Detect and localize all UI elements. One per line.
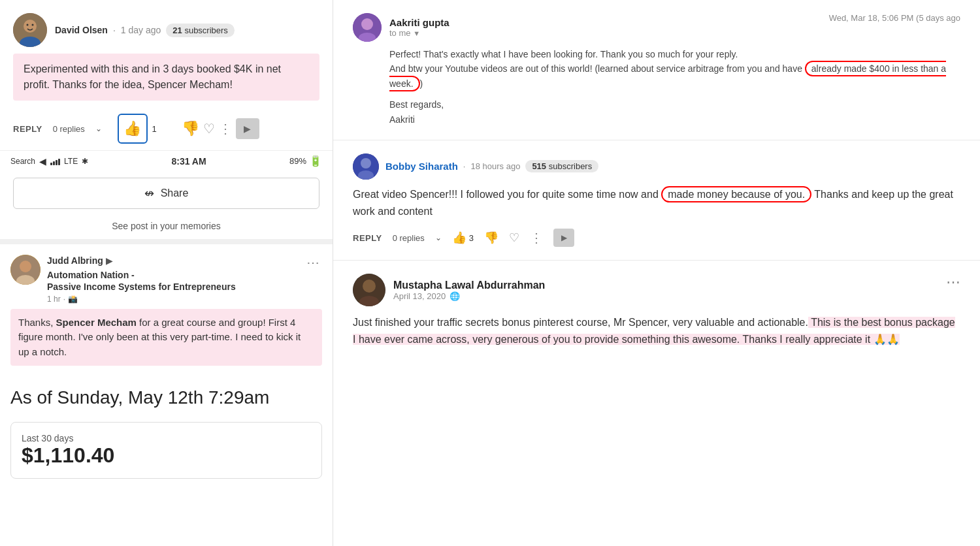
bobby-highlight: made money because of you.	[661, 186, 811, 202]
creator-share-icon: ▶	[244, 123, 251, 134]
svg-point-9	[361, 18, 373, 30]
replies-count[interactable]: 0 replies	[53, 124, 85, 134]
bobby-reply-button[interactable]: REPLY	[353, 233, 382, 243]
mustapha-left: Mustapha Lawal Abdurrahman April 13, 202…	[353, 274, 545, 306]
status-time: 8:31 AM	[171, 156, 206, 167]
email-panel: Aakriti gupta to me ▼ Wed, Mar 18, 5:06 …	[333, 0, 980, 140]
bobby-name[interactable]: Bobby Siharath	[385, 161, 458, 172]
stats-value: $1,110.40	[22, 443, 311, 468]
as-of-title: As of Sunday, May 12th 7:29am	[10, 387, 322, 409]
battery-icon: 🔋	[309, 155, 322, 167]
mustapha-date: April 13, 2020 🌐	[393, 291, 545, 301]
david-comment-text: Experimented with this and in 3 days boo…	[13, 54, 319, 101]
as-of-section: As of Sunday, May 12th 7:29am	[0, 374, 333, 415]
email-regards: Best regards, Aakriti	[389, 97, 960, 127]
svg-point-15	[363, 280, 376, 293]
email-to[interactable]: to me ▼	[389, 28, 449, 38]
subscribers-badge: 21 subscribers	[166, 24, 235, 37]
bobby-more-button[interactable]: ⋮	[530, 230, 543, 246]
subscribers-label: subscribers	[184, 25, 227, 35]
heart-button[interactable]: ♡	[203, 121, 215, 136]
bobby-replies[interactable]: 0 replies	[393, 233, 425, 243]
bobby-subscribers-count: 515	[532, 161, 546, 171]
reply-button[interactable]: REPLY	[13, 124, 42, 134]
bobby-dislike-button[interactable]: 👎	[484, 231, 498, 245]
battery-section: 89% 🔋	[289, 155, 322, 167]
bobby-share-button[interactable]: ▶	[553, 229, 574, 247]
like-count: 1	[152, 124, 157, 134]
bobby-heart-button[interactable]: ♡	[509, 231, 519, 245]
stats-box: Last 30 days $1,110.40	[10, 422, 322, 479]
search-label: Search	[10, 157, 35, 166]
signal-bar-4	[58, 159, 60, 165]
chevron-icon: ▼	[413, 29, 420, 37]
right-panel: Aakriti gupta to me ▼ Wed, Mar 18, 5:06 …	[333, 0, 980, 546]
bobby-subscribers-label: subscribers	[549, 161, 592, 171]
signal-bar-1	[50, 163, 52, 165]
image-icon: 📸	[68, 295, 78, 304]
post-group: Automation Nation - Passive Income Syste…	[47, 269, 236, 293]
dislike-button[interactable]: 👎	[182, 120, 199, 137]
bobby-comment-section: Bobby Siharath · 18 hours ago 515 subscr…	[333, 140, 980, 261]
post-author-line: Judd Albring ▶ Automation Nation - Passi…	[47, 255, 297, 293]
more-post-button[interactable]: ⋯	[304, 255, 322, 270]
chevron-down-icon[interactable]: ⌄	[95, 124, 102, 133]
email-to-label: to me	[389, 28, 411, 38]
chevron-down-icon: ⌄	[435, 233, 442, 242]
signal-icon: ✱	[82, 157, 88, 166]
battery-percentage: 89%	[289, 156, 306, 166]
group-name-part2: Passive Income Systems for Entrepreneurs	[47, 281, 236, 292]
mustapha-comment-text: Just finished your traffic secrets bonus…	[353, 314, 960, 347]
signal-bars	[50, 157, 60, 165]
email-body-part3: )	[420, 78, 423, 89]
mustapha-name: Mustapha Lawal Abdurrahman	[393, 280, 545, 291]
bobby-meta: Bobby Siharath · 18 hours ago 515 subscr…	[385, 160, 598, 172]
mustapha-date-text: April 13, 2020	[393, 291, 446, 301]
share-creator-button[interactable]: ▶	[236, 118, 259, 139]
svg-point-1	[24, 20, 37, 33]
post-author-name: Judd Albring	[47, 255, 103, 266]
mustapha-avatar	[353, 274, 385, 306]
post-text: Thanks, Spencer Mecham for a great cours…	[10, 309, 322, 366]
bobby-highlight-text: made money because of you.	[668, 189, 805, 200]
lte-label: LTE	[64, 157, 78, 166]
mustapha-text-part1: Just finished your traffic secrets bonus…	[353, 317, 808, 328]
post-time: 1 hr · 📸	[47, 295, 297, 304]
judd-avatar	[10, 255, 41, 285]
email-body-part2: And btw your Youtube videos are out of t…	[389, 63, 805, 74]
bobby-meta-dot: ·	[463, 161, 466, 171]
meta-dot: ·	[113, 25, 116, 35]
comment-part2: Thanks for the idea, Spencer Mecham!	[50, 79, 233, 90]
regards-text: Best regards,	[389, 97, 960, 112]
status-left: Search ◀ LTE ✱	[10, 156, 88, 167]
regards-name: Aakriti	[389, 112, 960, 127]
signal-bar-2	[53, 161, 55, 165]
stats-label: Last 30 days	[22, 433, 311, 443]
mustapha-meta: Mustapha Lawal Abdurrahman April 13, 202…	[393, 280, 545, 301]
david-comment-section: David Olsen · 1 day ago 21 subscribers E…	[0, 0, 333, 150]
bobby-comment-header: Bobby Siharath · 18 hours ago 515 subscr…	[353, 153, 960, 180]
bobby-text-part1: Great video Spencer!!! I followed you fo…	[353, 189, 661, 200]
share-label: Share	[161, 187, 189, 199]
mustapha-more-button[interactable]: ⋯	[946, 274, 960, 291]
svg-point-6	[20, 261, 31, 272]
email-body: Perfect! That's exactly what I have been…	[389, 47, 960, 127]
share-button[interactable]: ↮ Share	[13, 178, 319, 209]
signal-bar-3	[56, 160, 57, 165]
bobby-time: 18 hours ago	[470, 161, 520, 171]
memories-link[interactable]: See post in your memories	[0, 216, 333, 236]
status-bar: Search ◀ LTE ✱ 8:31 AM 89% 🔋	[0, 150, 333, 171]
thumbs-up-icon: 👍	[123, 120, 141, 137]
left-arrow-icon: ◀	[39, 156, 46, 167]
email-header-row: Aakriti gupta to me ▼ Wed, Mar 18, 5:06 …	[353, 13, 960, 42]
post-text-part1: Thanks,	[18, 317, 56, 328]
divider	[0, 239, 333, 244]
svg-point-12	[361, 158, 371, 169]
comment-meta: David Olsen · 1 day ago 21 subscribers	[55, 24, 235, 37]
more-options-button[interactable]: ⋮	[219, 121, 232, 136]
bobby-comment-text: Great video Spencer!!! I followed you fo…	[353, 186, 960, 219]
bobby-like-button[interactable]: 👍 3	[452, 231, 474, 245]
group-name-part1: Automation Nation -	[47, 270, 135, 280]
like-button[interactable]: 👍 1	[118, 114, 148, 144]
subscribers-count: 21	[172, 25, 182, 35]
